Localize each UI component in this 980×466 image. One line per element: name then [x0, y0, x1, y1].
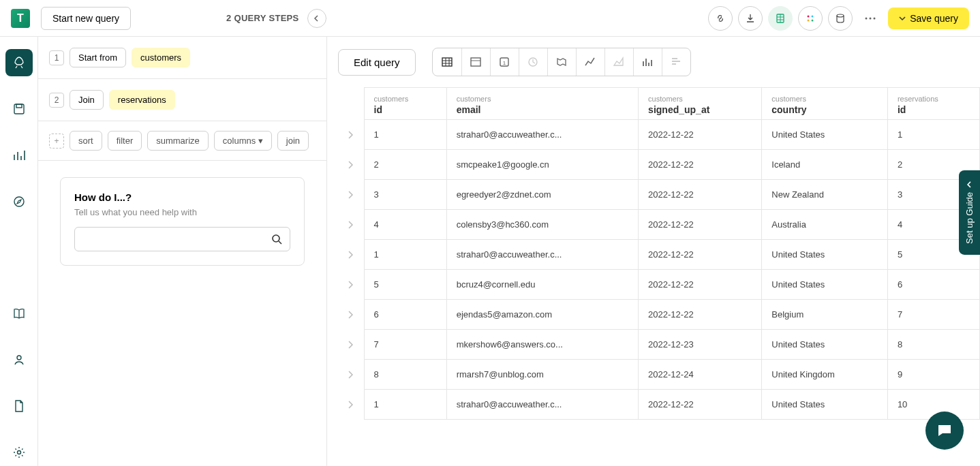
setup-guide-tab[interactable]: Set up Guide — [959, 170, 980, 255]
expand-row-icon[interactable] — [338, 360, 364, 390]
cell-id: 1 — [364, 120, 446, 150]
step-action: Start from — [70, 48, 126, 67]
query-step-1[interactable]: 1 Start from customers — [38, 37, 326, 79]
sidebar-compass-icon[interactable] — [5, 188, 33, 215]
table-row[interactable]: 4 colensby3@hc360.com 2022-12-22 Austral… — [338, 210, 980, 240]
op-columns[interactable]: columns ▾ — [214, 131, 272, 151]
edit-query-button[interactable]: Edit query — [338, 49, 416, 76]
sidebar-settings-icon[interactable] — [5, 439, 33, 466]
view-map-icon[interactable] — [547, 48, 576, 76]
table-row[interactable]: 5 bcruz4@cornell.edu 2022-12-22 United S… — [338, 270, 980, 300]
cell-id: 7 — [364, 330, 446, 360]
view-formatted-icon[interactable] — [461, 48, 490, 76]
download-icon[interactable] — [738, 6, 763, 31]
sidebar-book-icon[interactable] — [5, 300, 33, 327]
cell-country: United Kingdom — [762, 360, 888, 390]
expand-row-icon[interactable] — [338, 300, 364, 330]
database-icon[interactable] — [828, 6, 853, 31]
view-line-icon[interactable] — [576, 48, 604, 76]
cell-signed: 2022-12-22 — [639, 390, 762, 420]
svg-point-7 — [870, 17, 872, 19]
step-target: reservations — [109, 90, 175, 110]
column-header-email[interactable]: customersemail — [446, 88, 638, 120]
expand-row-icon[interactable] — [338, 150, 364, 180]
link-icon[interactable] — [708, 6, 733, 31]
op-join[interactable]: join — [277, 131, 309, 151]
cell-email: strahar0@accuweather.c... — [446, 120, 638, 150]
expand-row-icon[interactable] — [338, 120, 364, 150]
view-area-icon[interactable] — [604, 48, 633, 76]
view-hbar-icon[interactable] — [662, 48, 690, 76]
results-panel: Edit query 1 customersid custom — [327, 37, 980, 466]
help-panel: How do I...? Tell us what you need help … — [60, 177, 305, 266]
expand-row-icon[interactable] — [338, 330, 364, 360]
cell-rid: 8 — [887, 330, 979, 360]
cell-email: bcruz4@cornell.edu — [446, 270, 638, 300]
view-bar-icon[interactable] — [633, 48, 662, 76]
column-header-signed[interactable]: customerssigned_up_at — [639, 88, 762, 120]
expand-row-icon[interactable] — [338, 180, 364, 210]
start-new-query-button[interactable]: Start new query — [41, 7, 131, 30]
view-clock-icon[interactable] — [519, 48, 547, 76]
op-sort[interactable]: sort — [70, 131, 102, 151]
cell-email: mkershow6@answers.co... — [446, 330, 638, 360]
sidebar-rocket-icon[interactable] — [5, 49, 33, 76]
step-number: 1 — [49, 50, 64, 65]
expand-row-icon[interactable] — [338, 210, 364, 240]
view-kpi-icon[interactable]: 1 — [490, 48, 519, 76]
table-row[interactable]: 6 ejendas5@amazon.com 2022-12-22 Belgium… — [338, 300, 980, 330]
sidebar-doc-icon[interactable] — [5, 392, 33, 420]
sidebar-save-icon[interactable] — [5, 95, 33, 123]
results-table: customersid customersemail customerssign… — [338, 87, 980, 420]
table-row[interactable]: 1 strahar0@accuweather.c... 2022-12-22 U… — [338, 390, 980, 420]
cell-email: egreedyer2@zdnet.com — [446, 180, 638, 210]
cell-signed: 2022-12-22 — [639, 150, 762, 180]
query-step-2[interactable]: 2 Join reservations — [38, 79, 326, 121]
cell-email: colensby3@hc360.com — [446, 210, 638, 240]
cell-country: Iceland — [762, 150, 888, 180]
cell-signed: 2022-12-22 — [639, 180, 762, 210]
view-table-icon[interactable] — [433, 48, 461, 76]
collapse-panel-button[interactable] — [307, 9, 326, 28]
op-summarize[interactable]: summarize — [147, 131, 209, 151]
expand-row-icon[interactable] — [338, 240, 364, 270]
cell-email: strahar0@accuweather.c... — [446, 240, 638, 270]
svg-point-4 — [812, 19, 814, 21]
column-header-id[interactable]: customersid — [364, 88, 446, 120]
table-row[interactable]: 8 rmarsh7@unblog.com 2022-12-24 United K… — [338, 360, 980, 390]
column-header-country[interactable]: customerscountry — [762, 88, 888, 120]
cell-country: United States — [762, 240, 888, 270]
chevron-icon — [966, 181, 973, 188]
cell-id: 6 — [364, 300, 446, 330]
table-row[interactable]: 7 mkershow6@answers.co... 2022-12-23 Uni… — [338, 330, 980, 360]
cell-country: Belgium — [762, 300, 888, 330]
cell-id: 1 — [364, 240, 446, 270]
svg-point-14 — [273, 235, 279, 242]
app-logo[interactable]: T — [11, 9, 30, 28]
add-step-button[interactable]: + — [49, 134, 64, 149]
svg-rect-9 — [14, 104, 24, 114]
cell-id: 5 — [364, 270, 446, 300]
cell-signed: 2022-12-22 — [639, 210, 762, 240]
query-builder-panel: 1 Start from customers 2 Join reservatio… — [38, 37, 327, 466]
sidebar-user-icon[interactable] — [5, 346, 33, 373]
sidebar-chart-icon[interactable] — [5, 142, 33, 169]
table-row[interactable]: 1 strahar0@accuweather.c... 2022-12-22 U… — [338, 240, 980, 270]
table-row[interactable]: 3 egreedyer2@zdnet.com 2022-12-22 New Ze… — [338, 180, 980, 210]
save-query-button[interactable]: Save query — [888, 7, 969, 29]
expand-row-icon[interactable] — [338, 390, 364, 420]
column-header-rid[interactable]: reservationsid — [887, 88, 979, 120]
more-icon[interactable] — [858, 6, 883, 31]
table-row[interactable]: 2 smcpeake1@google.cn 2022-12-22 Iceland… — [338, 150, 980, 180]
table-row[interactable]: 1 strahar0@accuweather.c... 2022-12-22 U… — [338, 120, 980, 150]
cell-id: 3 — [364, 180, 446, 210]
slack-icon[interactable] — [798, 6, 823, 31]
help-search-input[interactable] — [82, 234, 271, 245]
expand-row-icon[interactable] — [338, 270, 364, 300]
cell-rid: 7 — [887, 300, 979, 330]
chat-button[interactable] — [925, 411, 964, 450]
op-filter[interactable]: filter — [108, 131, 142, 151]
chat-icon — [936, 422, 953, 439]
cell-country: United States — [762, 390, 888, 420]
sheets-icon[interactable] — [768, 6, 793, 31]
